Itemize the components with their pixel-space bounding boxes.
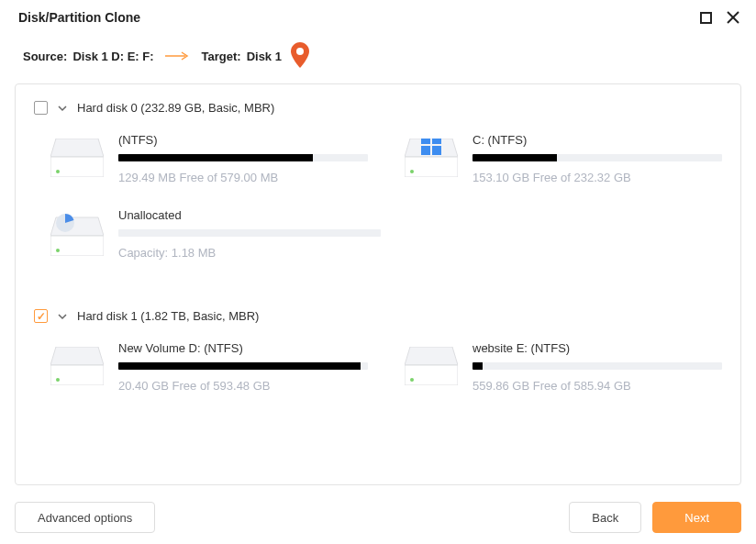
partition-name: website E: (NTFS) [472,341,722,355]
usage-text: 153.10 GB Free of 232.32 GB [472,171,722,184]
svg-rect-0 [701,13,711,23]
partition-item[interactable]: website E: (NTFS) 559.86 GB Free of 585.… [405,341,722,393]
svg-marker-19 [50,347,104,365]
svg-rect-12 [432,139,441,144]
back-button[interactable]: Back [569,502,641,533]
usage-bar [118,362,368,370]
partition-row: Unallocated Capacity: 1.18 MB [50,208,722,260]
svg-rect-9 [405,157,458,177]
usage-text: 559.86 GB Free of 585.94 GB [472,379,722,393]
partition-name: New Volume D: (NTFS) [118,341,368,355]
svg-marker-8 [405,139,458,157]
footer: Advanced options Back Next [0,502,756,533]
partition-row: (NTFS) 129.49 MB Free of 579.00 MB [50,133,722,184]
usage-bar [118,154,368,161]
svg-point-17 [56,249,60,252]
partition-item[interactable]: C: (NTFS) 153.10 GB Free of 232.32 GB [405,133,722,184]
disk-title: Hard disk 0 (232.89 GB, Basic, MBR) [77,101,274,115]
drive-icon [405,347,458,385]
svg-point-7 [56,170,60,173]
svg-rect-11 [421,139,430,144]
target-label: Target: [202,50,241,63]
disk-title: Hard disk 1 (1.82 TB, Basic, MBR) [77,309,259,323]
partition-item[interactable]: Unallocated Capacity: 1.18 MB [50,208,381,260]
svg-rect-23 [405,365,458,385]
partition-name: Unallocated [118,208,381,222]
source-value: Disk 1 D: E: F: [72,50,153,63]
svg-rect-16 [50,236,104,256]
arrow-icon [165,50,191,63]
source-label: Source: [23,50,67,63]
svg-rect-20 [50,365,104,385]
partition-info: Unallocated Capacity: 1.18 MB [118,208,381,260]
svg-point-10 [410,170,414,173]
usage-text: 129.49 MB Free of 579.00 MB [118,171,368,184]
partition-row: New Volume D: (NTFS) 20.40 GB Free of 59… [50,341,722,393]
partition-info: (NTFS) 129.49 MB Free of 579.00 MB [118,133,368,184]
window-controls [697,9,741,26]
close-icon [727,11,739,24]
svg-rect-14 [432,146,441,155]
usage-bar [472,154,722,161]
disk-group: Hard disk 0 (232.89 GB, Basic, MBR) (NTF… [17,84,739,293]
disk-header[interactable]: Hard disk 1 (1.82 TB, Basic, MBR) [34,309,722,323]
svg-marker-22 [405,347,458,365]
footer-right: Back Next [569,502,741,533]
close-button[interactable] [725,9,741,26]
partition-info: New Volume D: (NTFS) 20.40 GB Free of 59… [118,341,368,393]
disk-checkbox[interactable] [34,101,48,115]
usage-text: 20.40 GB Free of 593.48 GB [118,379,368,393]
svg-point-24 [410,378,414,382]
svg-marker-5 [50,139,104,157]
chevron-down-icon[interactable] [57,311,68,322]
partition-info: C: (NTFS) 153.10 GB Free of 232.32 GB [472,133,722,184]
advanced-options-button[interactable]: Advanced options [15,502,155,533]
maximize-button[interactable] [697,9,714,26]
pie-drive-icon [50,214,104,252]
square-icon [700,12,712,24]
partition-info: website E: (NTFS) 559.86 GB Free of 585.… [472,341,722,393]
usage-text: Capacity: 1.18 MB [118,246,381,260]
drive-icon [50,347,104,385]
svg-point-4 [296,48,304,55]
partition-item[interactable]: (NTFS) 129.49 MB Free of 579.00 MB [50,133,368,184]
location-pin-icon [291,42,309,71]
windows-drive-icon [405,139,458,177]
partition-name: C: (NTFS) [472,133,722,147]
next-button[interactable]: Next [652,502,741,533]
partition-item[interactable]: New Volume D: (NTFS) 20.40 GB Free of 59… [50,341,368,393]
svg-point-21 [56,378,60,382]
svg-rect-6 [50,157,104,177]
source-target-row: Source: Disk 1 D: E: F: Target: Disk 1 [0,33,756,83]
titlebar: Disk/Partition Clone [0,0,756,33]
svg-rect-13 [421,146,430,155]
target-value: Disk 1 [247,50,282,63]
usage-bar [472,362,722,370]
disk-checkbox[interactable] [34,309,48,323]
disk-group: Hard disk 1 (1.82 TB, Basic, MBR) New Vo… [17,293,739,426]
drive-icon [50,139,104,177]
usage-bar [118,229,381,237]
disk-list-panel[interactable]: Hard disk 0 (232.89 GB, Basic, MBR) (NTF… [15,83,741,485]
partition-name: (NTFS) [118,133,368,147]
window-title: Disk/Partition Clone [18,10,140,25]
chevron-down-icon[interactable] [57,103,68,114]
disk-header[interactable]: Hard disk 0 (232.89 GB, Basic, MBR) [34,101,722,115]
